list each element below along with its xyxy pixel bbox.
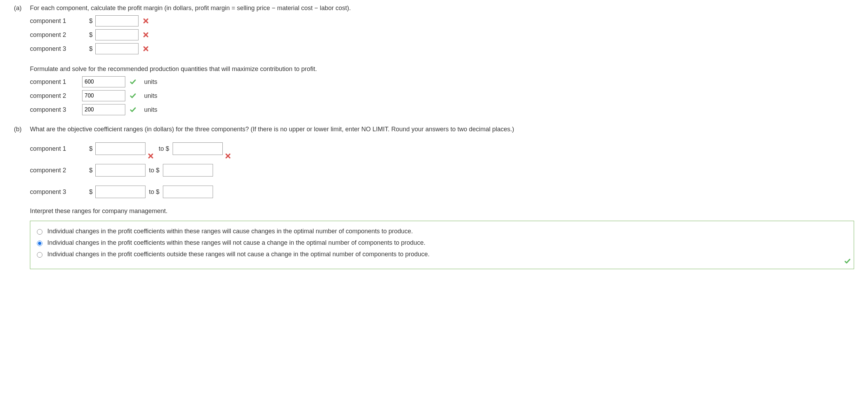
- currency-symbol: $: [89, 187, 93, 197]
- qty-input-3[interactable]: [82, 104, 125, 115]
- mc-options-box: Individual changes in the profit coeffic…: [30, 221, 854, 269]
- interpret-prompt: Interpret these ranges for company manag…: [30, 206, 854, 216]
- range-high-input-2[interactable]: [163, 164, 213, 177]
- profit-input-1[interactable]: [95, 15, 139, 26]
- unit-label: units: [144, 77, 157, 87]
- qty-row-label: component 1: [30, 77, 82, 87]
- currency-symbol: $: [89, 30, 93, 40]
- profit-row-label: component 2: [30, 30, 82, 40]
- unit-label: units: [144, 105, 157, 115]
- range-low-input-2[interactable]: [95, 164, 145, 177]
- x-icon: [143, 32, 149, 38]
- qty-row-label: component 2: [30, 91, 82, 101]
- part-a-prompt-2: Formulate and solve for the recommended …: [30, 64, 854, 74]
- option-text: Individual changes in the profit coeffic…: [47, 238, 425, 248]
- to-label: to $: [159, 144, 169, 154]
- unit-label: units: [144, 91, 157, 101]
- range-high-input-3[interactable]: [163, 186, 213, 198]
- profit-row-label: component 3: [30, 44, 82, 54]
- currency-symbol: $: [89, 44, 93, 54]
- part-b-prompt: What are the objective coefficient range…: [30, 125, 854, 134]
- check-icon: [129, 78, 136, 85]
- x-icon: [225, 153, 231, 159]
- check-icon: [844, 258, 851, 267]
- option-text: Individual changes in the profit coeffic…: [47, 227, 413, 236]
- currency-symbol: $: [89, 166, 93, 175]
- range-low-input-1[interactable]: [95, 142, 145, 155]
- range-high-input-1[interactable]: [173, 142, 223, 155]
- part-a-prompt: For each component, calculate the profit…: [30, 3, 854, 13]
- option-text: Individual changes in the profit coeffic…: [47, 250, 429, 259]
- profit-input-2[interactable]: [95, 29, 139, 40]
- qty-row-label: component 3: [30, 105, 82, 115]
- profit-input-3[interactable]: [95, 43, 139, 54]
- part-a-label: (a): [14, 3, 28, 13]
- profit-row-label: component 1: [30, 16, 82, 26]
- range-low-input-3[interactable]: [95, 186, 145, 198]
- to-label: to $: [149, 187, 159, 197]
- qty-input-2[interactable]: [82, 90, 125, 101]
- currency-symbol: $: [89, 16, 93, 26]
- range-row-label: component 3: [30, 187, 82, 197]
- radio-option-3[interactable]: [37, 252, 42, 258]
- range-row-label: component 2: [30, 166, 82, 175]
- radio-option-2[interactable]: [37, 241, 42, 246]
- x-icon: [143, 46, 149, 52]
- to-label: to $: [149, 166, 159, 175]
- check-icon: [129, 106, 136, 113]
- part-b-label: (b): [14, 125, 28, 134]
- x-icon: [143, 18, 149, 24]
- radio-option-1[interactable]: [37, 229, 42, 235]
- x-icon: [148, 153, 154, 159]
- qty-input-1[interactable]: [82, 76, 125, 87]
- currency-symbol: $: [89, 144, 93, 154]
- range-row-label: component 1: [30, 144, 82, 154]
- check-icon: [129, 92, 136, 99]
